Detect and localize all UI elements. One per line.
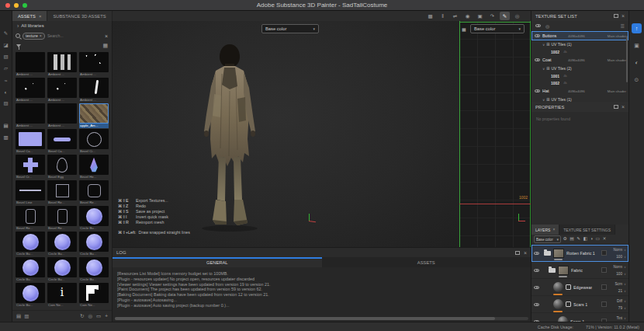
layer-row[interactable]: Scars 1Diff∨79∨ xyxy=(531,296,628,313)
clone-tool-icon[interactable]: ◐ xyxy=(2,88,11,96)
add-effect-icon[interactable]: ⚙ xyxy=(563,237,567,242)
asset-item[interactable]: Bevel Re... xyxy=(16,206,45,232)
asset-item[interactable]: Ambient ... xyxy=(47,78,77,103)
pause-engine-icon[interactable]: ‖ xyxy=(438,12,448,20)
asset-item[interactable]: Coin Ne... xyxy=(47,283,77,308)
camera-icon[interactable]: ◎ xyxy=(512,12,522,20)
asset-item[interactable]: Ambient ... xyxy=(79,78,109,103)
shader-rail-icon[interactable]: ◐ xyxy=(632,57,642,68)
asset-item[interactable]: Ambient ... xyxy=(79,52,109,78)
resource-folder-icon[interactable]: ▥ xyxy=(24,314,29,319)
tab-general[interactable]: GENERAL xyxy=(113,257,322,267)
layer-blend-opacity[interactable]: Norm∨100∨ xyxy=(614,263,626,277)
detach-panel-icon[interactable] xyxy=(515,251,520,255)
assets-shelf-icon[interactable]: ▤ xyxy=(2,122,11,130)
add-group-icon[interactable]: ▭ xyxy=(596,237,600,242)
eye-icon[interactable] xyxy=(535,24,541,27)
opacity-control[interactable]: 79∨ xyxy=(617,305,626,312)
history-rail-icon[interactable]: ⊙ xyxy=(632,75,642,85)
remove-tag-icon[interactable]: × xyxy=(40,33,42,38)
asset-item[interactable]: Ambient ... xyxy=(16,103,45,129)
add-fill-layer-icon[interactable]: ◧ xyxy=(583,237,587,242)
blend-mode[interactable]: Norm∨ xyxy=(614,246,626,253)
uv-tiles-row[interactable]: ∨⊞UV Tiles (1) xyxy=(531,96,628,102)
uv-tile-row[interactable]: 10024k xyxy=(531,48,628,55)
asset-item[interactable]: Bevel Ca... xyxy=(16,129,45,155)
blend-mode[interactable]: Tint∨ xyxy=(616,315,626,322)
delete-layer-icon[interactable]: ✕ xyxy=(603,237,607,242)
asset-item[interactable]: Circle Bu... xyxy=(16,257,45,283)
rotate-view-icon[interactable]: ↷ xyxy=(487,12,497,20)
layer-row[interactable]: FabricNorm∨100∨ xyxy=(531,262,628,279)
eye-icon[interactable] xyxy=(535,34,540,37)
asset-item[interactable]: apple_Am... xyxy=(79,103,109,129)
uv-tiles-row[interactable]: ∨⊞UV Tiles (1) xyxy=(531,40,628,48)
search-input[interactable]: Search... xyxy=(47,33,102,38)
scrollbar[interactable] xyxy=(626,36,628,82)
asset-item[interactable]: Coin Ne... xyxy=(79,283,109,308)
asset-item[interactable]: Bevel Re... xyxy=(47,180,77,206)
texture-rail-icon[interactable]: ▣ xyxy=(632,40,642,51)
globe-icon[interactable]: ◎ xyxy=(545,23,549,29)
search-tag[interactable]: texture × xyxy=(23,33,45,40)
close-icon[interactable]: × xyxy=(552,228,555,232)
layer-row[interactable]: Rotten Fabric 1Norm∨100∨ xyxy=(531,245,628,262)
folder-icon[interactable]: ▭ xyxy=(96,314,101,319)
asset-item[interactable]: Circle Bu... xyxy=(47,257,77,283)
viewport-2d[interactable]: ▦ Base color ▾ 1002 xyxy=(459,21,531,247)
asset-item[interactable]: Circle Bu... xyxy=(79,206,109,232)
link-icon[interactable]: ◎ xyxy=(88,314,92,319)
detach-panel-icon[interactable] xyxy=(614,105,618,109)
display-settings-icon[interactable]: ◉ xyxy=(462,12,473,20)
filter-icon[interactable] xyxy=(16,44,21,47)
geometry-mask-tool-icon[interactable]: ▨ xyxy=(2,99,11,107)
libraries-breadcrumb[interactable]: › All libraries xyxy=(12,21,112,30)
import-resources-icon[interactable]: ▤ xyxy=(16,314,21,319)
eye-icon[interactable] xyxy=(535,89,540,92)
asset-item[interactable]: Ambient ... xyxy=(16,52,45,78)
tab-substance-3d-assets[interactable]: SUBSTANCE 3D ASSETS xyxy=(47,11,112,21)
layer-row[interactable]: EdgewearScrn∨21∨ xyxy=(531,279,628,296)
tab-texture-set-settings[interactable]: TEXTURE SET SETTINGS xyxy=(559,225,615,235)
eye-icon[interactable] xyxy=(535,58,540,61)
add-smart-material-icon[interactable]: ◑ xyxy=(590,237,594,242)
channel-dropdown-3d[interactable]: Base color ▾ xyxy=(261,24,319,33)
detach-panel-icon[interactable] xyxy=(614,14,618,18)
camera-settings-icon[interactable]: ▣ xyxy=(475,12,485,20)
close-icon[interactable]: × xyxy=(621,13,625,19)
asset-item[interactable]: Bevel Line xyxy=(16,180,45,206)
pencil-tool-icon[interactable]: ✎ xyxy=(500,12,510,20)
asset-item[interactable]: Bevel Cr... xyxy=(16,155,45,180)
clear-search-icon[interactable]: × xyxy=(105,33,109,39)
asset-item[interactable]: Ambient ... xyxy=(16,78,45,103)
asset-item[interactable]: Ambient ... xyxy=(47,52,77,78)
add-instance-icon[interactable]: ▤ xyxy=(570,237,573,242)
uv-tile-row[interactable]: 10014k xyxy=(531,72,628,79)
blend-mode[interactable]: Norm∨ xyxy=(614,263,626,270)
close-icon[interactable]: × xyxy=(621,104,625,110)
symmetry-icon[interactable]: ⇌ xyxy=(450,12,460,20)
share-button[interactable]: ↑ xyxy=(632,23,642,33)
asset-item[interactable]: Circle Bu... xyxy=(16,232,45,257)
uv-tiles-row[interactable]: ∨⊞UV Tiles (2) xyxy=(531,64,628,72)
tab-assets[interactable]: ASSETS × xyxy=(12,11,47,21)
paint-tool-icon[interactable]: ✎ xyxy=(2,30,11,37)
layer-blend-opacity[interactable]: Norm∨100∨ xyxy=(614,246,626,260)
tab-assets-dock[interactable]: ASSETS xyxy=(322,257,531,267)
blend-mode[interactable]: Scrn∨ xyxy=(615,280,626,287)
document-shelf-icon[interactable]: ▥ xyxy=(2,134,11,141)
tab-layers[interactable]: LAYERS × xyxy=(531,225,559,235)
asset-item[interactable]: Circle Bu... xyxy=(79,257,109,283)
eye-icon[interactable] xyxy=(534,252,539,255)
close-icon[interactable]: × xyxy=(39,14,42,19)
eye-icon[interactable] xyxy=(534,303,539,306)
layer-blend-opacity[interactable]: Tint∨ xyxy=(616,315,626,322)
asset-item[interactable]: Bevel Ci... xyxy=(79,129,109,155)
asset-item[interactable]: Circle Bu... xyxy=(79,232,109,257)
texture-set-row[interactable]: Hat4096x4096Main shader xyxy=(531,86,628,96)
add-paint-layer-icon[interactable]: ✎ xyxy=(576,237,580,242)
eye-icon[interactable] xyxy=(534,286,539,289)
layer-row[interactable]: Scars 1Tint∨ xyxy=(531,313,628,322)
opacity-control[interactable]: 100∨ xyxy=(614,253,626,260)
asset-item[interactable]: Circle Bu... xyxy=(16,283,45,308)
